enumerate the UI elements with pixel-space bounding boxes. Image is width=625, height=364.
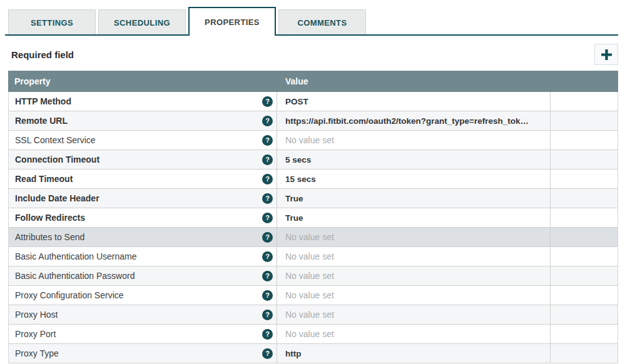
value-cell[interactable]: True [277,208,551,227]
row-extra-cell [551,111,617,130]
property-name: Include Date Header [15,193,99,203]
help-icon[interactable]: ? [262,135,273,146]
tab-settings[interactable]: SETTINGS [8,9,96,36]
value-cell[interactable]: 5 secs [277,150,551,169]
help-icon[interactable]: ? [262,329,273,340]
help-icon[interactable]: ? [262,271,273,281]
property-name: SSL Context Service [15,135,96,145]
property-value: True [285,213,303,223]
table-row[interactable]: Read Timeout?15 secs [9,169,617,189]
table-row[interactable]: Remote URL?https://api.fitbit.com/oauth2… [9,111,617,131]
value-cell[interactable]: No value set [277,247,551,266]
property-name: Basic Authentication Username [15,251,137,261]
row-extra-cell [551,325,617,343]
property-name: Proxy Type [15,348,59,358]
table-row[interactable]: Follow Redirects?True [9,208,617,228]
property-value: https://api.fitbit.com/oauth2/token?gran… [285,116,529,126]
help-icon[interactable]: ? [262,116,273,126]
table-row[interactable]: HTTP Method?POST [9,92,617,111]
table-row[interactable]: Proxy Configuration Service?No value set [9,286,617,305]
table-row[interactable]: Include Date Header?True [9,189,617,208]
row-extra-cell [551,208,617,227]
table-header: Property Value [8,71,618,92]
value-cell[interactable]: No value set [277,325,551,343]
value-cell[interactable]: No value set [277,266,551,285]
property-name: Read Timeout [15,174,73,184]
toolbar: Required field [8,44,618,65]
property-name: Basic Authentication Password [15,271,135,281]
property-cell: Proxy Type? [9,344,277,363]
column-header-value: Value [277,76,551,86]
property-value: True [285,194,303,203]
row-extra-cell [551,189,617,208]
property-value: No value set [285,135,334,145]
property-value: 5 secs [285,155,311,164]
value-cell[interactable]: No value set [277,228,551,246]
property-name: Proxy Configuration Service [15,290,124,300]
required-field-label: Required field [11,49,74,60]
help-icon[interactable]: ? [262,96,273,107]
property-cell: Connection Timeout? [9,150,277,169]
value-cell[interactable]: http [277,344,551,363]
value-cell[interactable]: POST [277,92,551,111]
help-icon[interactable]: ? [262,174,273,185]
table-row[interactable]: Proxy Port?No value set [9,325,617,344]
tab-properties[interactable]: PROPERTIES [188,7,276,36]
help-icon[interactable]: ? [262,213,273,223]
value-cell[interactable]: True [277,189,551,208]
row-extra-cell [551,92,617,111]
property-name: Remote URL [15,116,68,126]
tab-bar: SETTINGSSCHEDULINGPROPERTIESCOMMENTS [8,7,618,36]
table-row[interactable]: Attributes to Send?No value set [9,228,617,247]
help-icon[interactable]: ? [262,154,273,165]
tab-comments[interactable]: COMMENTS [278,9,366,36]
value-cell[interactable]: https://api.fitbit.com/oauth2/token?gran… [277,111,551,130]
column-header-property: Property [8,76,277,86]
property-cell: Basic Authentication Username? [9,247,277,266]
value-cell[interactable]: 15 secs [277,169,551,188]
row-extra-cell [551,247,617,266]
help-icon[interactable]: ? [262,232,273,243]
property-name: Attributes to Send [15,232,84,242]
property-name: Connection Timeout [15,154,99,164]
property-name: HTTP Method [15,96,71,106]
property-cell: Follow Redirects? [9,208,277,227]
help-icon[interactable]: ? [262,310,273,320]
property-cell: Attributes to Send? [9,228,277,246]
value-cell[interactable]: No value set [277,286,551,305]
property-cell: HTTP Method? [9,92,277,111]
property-cell: Remote URL? [9,111,277,130]
help-icon[interactable]: ? [262,290,273,301]
row-extra-cell [551,266,617,285]
table-row[interactable]: Connection Timeout?5 secs [9,150,617,169]
property-value: No value set [285,271,334,281]
value-cell[interactable]: No value set [277,305,551,324]
row-extra-cell [551,169,617,188]
value-cell[interactable]: No value set [277,131,551,149]
property-cell: Proxy Configuration Service? [9,286,277,305]
row-extra-cell [551,228,617,246]
table-row[interactable]: Proxy Host?No value set [9,305,617,325]
row-extra-cell [551,131,617,149]
property-value: No value set [285,310,334,320]
property-value: http [285,349,301,358]
table-row[interactable]: Basic Authentication Password?No value s… [9,266,617,286]
help-icon[interactable]: ? [262,348,273,359]
property-value: No value set [285,251,334,261]
row-extra-cell [551,305,617,324]
table-row[interactable]: SSL Context Service?No value set [9,131,617,150]
row-extra-cell [551,344,617,363]
property-cell: Proxy Host? [9,305,277,324]
property-name: Proxy Port [15,329,56,339]
property-cell: SSL Context Service? [9,131,277,149]
property-cell: Proxy Port? [9,325,277,343]
add-property-button[interactable] [594,44,618,65]
table-row[interactable]: Proxy Type?http [9,344,617,363]
help-icon[interactable]: ? [262,193,273,204]
help-icon[interactable]: ? [262,251,273,262]
table-row[interactable]: Basic Authentication Username?No value s… [9,247,617,266]
property-cell: Basic Authentication Password? [9,266,277,285]
table-body: HTTP Method?POSTRemote URL?https://api.f… [8,92,618,363]
plus-icon [601,49,612,61]
tab-scheduling[interactable]: SCHEDULING [98,9,186,36]
